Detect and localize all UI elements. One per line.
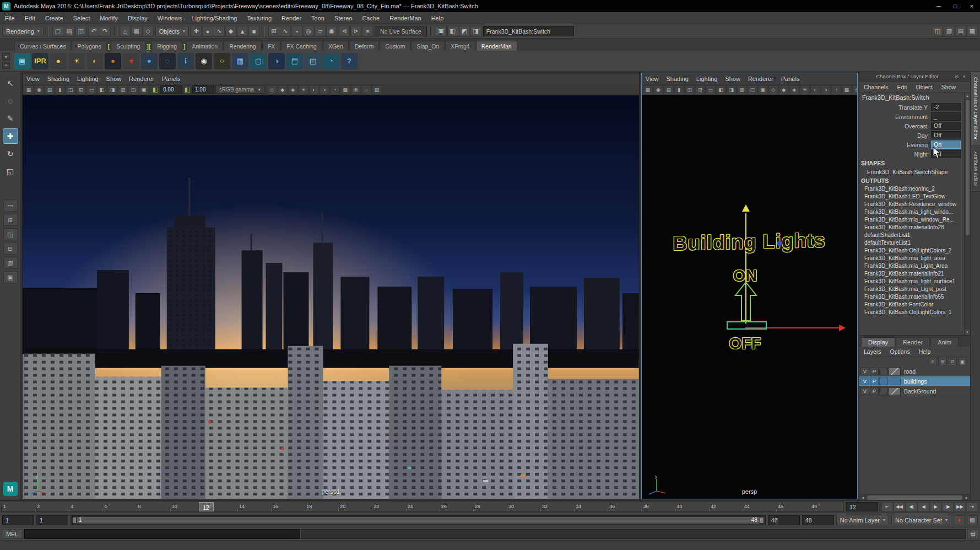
menu-item[interactable]: Lighting/Shading xyxy=(187,15,242,21)
go-to-end-button[interactable]: ⇥ xyxy=(966,502,978,512)
shelf-tab[interactable]: Animation xyxy=(186,41,223,51)
output-node-item[interactable]: Frank3D_KitBash:ObjLightColors_1 xyxy=(859,309,964,316)
viewport-menu-item[interactable]: Renderer xyxy=(125,76,158,82)
inspect-eye-icon[interactable]: ◉ xyxy=(196,53,212,69)
layer-row[interactable]: V P buildings xyxy=(859,376,970,386)
snap-point-icon[interactable]: • xyxy=(291,26,302,37)
menu-item[interactable]: Modify xyxy=(95,15,122,21)
layer-swatch[interactable] xyxy=(889,378,901,385)
time-globe-icon[interactable]: ◔ xyxy=(323,53,339,69)
layout-hypershade-icon[interactable]: ⊟ xyxy=(3,242,18,255)
sidebar-vertical-tab[interactable]: Attribute Editor xyxy=(971,146,980,192)
new-scene-icon[interactable]: ▢ xyxy=(52,26,63,37)
ambient-occlusion-icon[interactable]: ◑ xyxy=(320,85,329,94)
night-toggle-icon[interactable]: ◑ xyxy=(268,53,285,69)
output-node-item[interactable]: defaultTextureList1 xyxy=(859,239,964,247)
timeline-tick[interactable]: 32 xyxy=(540,502,574,511)
menu-item[interactable]: Cache xyxy=(357,15,385,21)
viewport-menu-item[interactable]: Show xyxy=(721,76,744,82)
gate-mask-icon[interactable]: ◨ xyxy=(727,85,737,94)
output-node-item[interactable]: Frank3D_KitBash:materialInfo28 xyxy=(859,224,964,231)
menu-item[interactable]: Stereo xyxy=(329,15,357,21)
mask-dynamics-icon[interactable]: ■ xyxy=(248,26,259,37)
gamma-toggle-icon[interactable]: ◧ xyxy=(183,86,191,93)
scrollbar-thumb[interactable] xyxy=(867,495,962,500)
exposure-field[interactable]: 0.00 xyxy=(160,85,182,94)
output-node-item[interactable]: Frank3D_KitBash:LED_TextGlow xyxy=(859,193,964,201)
shelf-tab-selector-icon[interactable]: ▾ xyxy=(2,53,10,61)
output-node-item[interactable]: Frank3D_KitBash:mia_light_windo... xyxy=(859,208,964,216)
output-node-item[interactable]: Frank3D_KitBash:mia_Light_post xyxy=(859,285,964,293)
safe-action-icon[interactable]: ▢ xyxy=(748,85,757,94)
timeline-tick[interactable]: 36 xyxy=(608,502,641,511)
image-icon[interactable]: ▤ xyxy=(286,53,303,69)
xray-icon[interactable]: ▨ xyxy=(372,85,382,94)
range-end-handle[interactable] xyxy=(760,517,764,524)
menu-item[interactable]: Display xyxy=(123,15,153,21)
layer-editor-menu-item[interactable]: Options xyxy=(886,348,914,355)
current-frame-field[interactable]: 12 xyxy=(846,502,878,511)
multisample-icon[interactable]: ▩ xyxy=(340,85,350,94)
viewport-menu-item[interactable]: Show xyxy=(102,76,126,82)
step-forward-frame-button[interactable]: |▶ xyxy=(942,502,954,512)
light-bulb-icon[interactable]: ○ xyxy=(214,53,230,69)
motion-blur-icon[interactable]: ◔ xyxy=(831,85,841,94)
info-icon[interactable]: i xyxy=(177,53,194,69)
render-settings-icon[interactable]: ◨ xyxy=(470,26,481,37)
select-camera-icon[interactable]: ▦ xyxy=(24,85,34,94)
viewport-menu-item[interactable]: Panels xyxy=(777,76,804,82)
camera-attributes-icon[interactable]: ▤ xyxy=(45,85,55,94)
timeline-tick[interactable]: 22 xyxy=(372,502,405,511)
sidebar-vertical-tab[interactable]: Channel Box / Layer Editor xyxy=(971,72,980,146)
script-editor-icon[interactable]: ▤ xyxy=(967,529,978,539)
shadows-icon[interactable]: ◐ xyxy=(309,85,319,94)
output-node-item[interactable]: Frank3D_KitBash:neonInc_2 xyxy=(859,185,964,193)
menu-item[interactable]: Select xyxy=(68,15,95,21)
minimize-button[interactable]: ─ xyxy=(930,0,947,12)
glass-sphere-icon[interactable]: ● xyxy=(141,53,158,69)
menu-item[interactable]: Edit xyxy=(20,15,40,21)
timeline-tick[interactable]: 18 xyxy=(305,502,338,511)
layer-name[interactable]: road xyxy=(901,368,916,375)
scale-tool-icon[interactable]: ◱ xyxy=(3,164,18,179)
go-to-start-button[interactable]: ⇤ xyxy=(881,502,893,512)
bookmarks-icon[interactable]: ▮ xyxy=(55,85,65,94)
output-node-item[interactable]: Frank3D_KitBash:Residence_window xyxy=(859,201,964,208)
lock-camera-icon[interactable]: ◉ xyxy=(653,85,663,94)
translate-x-arrowhead-icon[interactable] xyxy=(839,325,846,331)
env-sphere-icon[interactable]: ● xyxy=(105,53,121,69)
panel-close-icon[interactable]: × xyxy=(961,74,968,79)
output-node-item[interactable]: Frank3D_KitBash:materialInfo21 xyxy=(859,270,964,278)
timeline-tick[interactable]: 26 xyxy=(440,502,473,511)
layer-playback-toggle[interactable]: P xyxy=(870,368,879,375)
layer-editor-menu-item[interactable]: Layers xyxy=(859,348,886,355)
viewport-menu-item[interactable]: View xyxy=(642,76,663,82)
select-tool-icon[interactable]: ↖ xyxy=(3,76,18,90)
layout-four-pane-icon[interactable]: ⊞ xyxy=(3,214,18,226)
textured-mode-icon[interactable]: ◈ xyxy=(789,85,799,94)
image-plane-icon[interactable]: ◫ xyxy=(66,85,75,94)
shaded-mode-icon[interactable]: ◆ xyxy=(779,85,789,94)
snap-view-plane-icon[interactable]: ▱ xyxy=(315,26,326,37)
menu-item[interactable]: Texturing xyxy=(242,15,277,21)
menu-set-dropdown[interactable]: Rendering ▾ xyxy=(2,26,44,36)
wireframe-mode-icon[interactable]: ◇ xyxy=(768,85,778,94)
output-node-item[interactable]: Frank3D_KitBash:mia_window_Re... xyxy=(859,216,964,224)
layer-swatch[interactable] xyxy=(889,368,901,375)
display-monitor-icon[interactable]: ▢ xyxy=(250,53,267,69)
menu-item[interactable]: Create xyxy=(40,15,68,21)
select-component-icon[interactable]: ◇ xyxy=(143,26,154,37)
mask-handles-icon[interactable]: ✚ xyxy=(191,26,202,37)
channel-attribute-label[interactable]: Translate Y xyxy=(898,104,928,111)
snap-grid-icon[interactable]: ⊞ xyxy=(268,26,279,37)
timeline-tick[interactable]: 14 xyxy=(237,502,271,511)
shelf-tab[interactable]: [ xyxy=(107,41,111,51)
channel-attribute-label[interactable]: Evening xyxy=(907,142,928,148)
channel-box-scrollbar[interactable]: ▲ ▼ xyxy=(964,93,970,335)
playback-end-field[interactable]: 48 xyxy=(768,515,800,525)
channel-attribute-value[interactable]: Off xyxy=(931,150,961,158)
use-lights-icon[interactable]: ☀ xyxy=(299,85,308,94)
channel-attribute-label[interactable]: Overcast xyxy=(905,123,928,130)
isolate-select-icon[interactable]: ◌ xyxy=(361,85,371,94)
layer-editor-tab[interactable]: Display xyxy=(861,337,895,347)
